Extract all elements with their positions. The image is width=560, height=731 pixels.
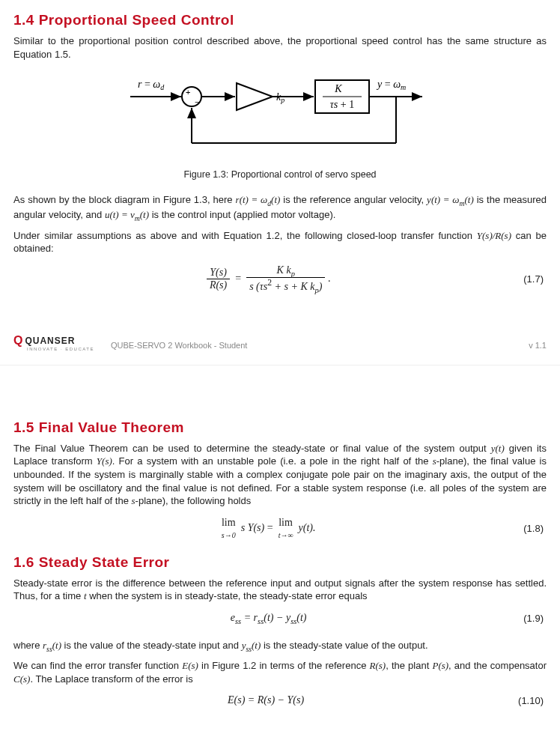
label-r: r = ωd [138, 79, 165, 91]
sign-plus: + [186, 88, 190, 97]
para-1-4-intro: Similar to the proportional position con… [13, 34, 547, 61]
page-break [0, 365, 560, 407]
page-upper: 1.4 Proportional Speed Control Similar t… [0, 0, 560, 330]
equation-1-9: ess = rss(t) − yss(t) (1.9) [13, 612, 547, 625]
page-footer: Q QUANSER INNOVATE · EDUCATE QUBE-SERVO … [0, 330, 560, 365]
brand-name: QUANSER [25, 336, 75, 345]
eq-num-1-9: (1.9) [523, 613, 547, 624]
eq-num-1-10: (1.10) [518, 695, 547, 706]
para-1-5: The Final Value Theorem can be used to d… [13, 442, 547, 508]
equation-1-8: lim s→0 s Y(s) = lim t→∞ y(t). (1.8) [13, 517, 547, 541]
gain-block [237, 83, 273, 110]
footer-doc-title: QUBE-SERVO 2 Workbook - Student [111, 341, 247, 351]
quanser-q-icon: Q [13, 335, 22, 347]
caption-1-3: Figure 1.3: Proportional control of serv… [13, 169, 547, 180]
eq-1-7-period: . [328, 273, 331, 284]
figure-1-3: r = ωd + − kp K τs + 1 [13, 74, 547, 159]
equation-1-7: Y(s) R(s) = K kp s (τs2 + s + K kp) . (1… [13, 264, 547, 294]
footer-version: v 1.1 [529, 341, 547, 351]
para-1-4b: Under similar assumptions as above and w… [13, 229, 547, 255]
heading-1-4: 1.4 Proportional Speed Control [13, 12, 547, 28]
label-kp: kp [276, 91, 284, 104]
para-1-6b: where rss(t) is the value of the steady-… [13, 639, 547, 654]
plant-den: τs + 1 [330, 99, 354, 110]
brand-tagline: INNOVATE · EDUCATE [27, 347, 94, 351]
page-lower: 1.5 Final Value Theorem The Final Value … [0, 407, 560, 731]
eq-num-1-8: (1.8) [523, 523, 547, 534]
sign-minus: − [195, 97, 199, 106]
eq-num-1-7: (1.7) [523, 273, 547, 285]
heading-1-5: 1.5 Final Value Theorem [13, 419, 547, 436]
heading-1-6: 1.6 Steady State Error [13, 554, 547, 571]
label-y: y = ωm [376, 79, 406, 91]
para-1-6c: We can find the error transfer function … [13, 659, 547, 685]
para-1-6a: Steady-state error is the difference bet… [13, 577, 547, 603]
para-1-4a: As shown by the block diagram in Figure … [13, 193, 547, 223]
equation-1-10: E(s) = R(s) − Y(s) (1.10) [13, 694, 547, 706]
block-diagram-svg: r = ωd + − kp K τs + 1 [123, 74, 437, 157]
brand-logo: Q QUANSER INNOVATE · EDUCATE [13, 335, 94, 351]
plant-num: K [334, 83, 342, 94]
